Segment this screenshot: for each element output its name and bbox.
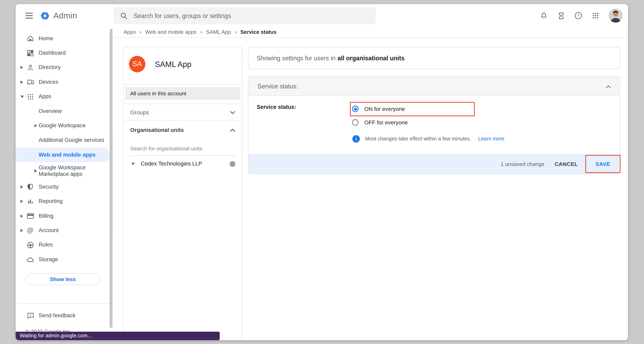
org-units-section-header[interactable]: Organisational units bbox=[124, 121, 242, 139]
bar-chart-icon bbox=[26, 197, 34, 206]
screen: Admin bbox=[0, 0, 644, 344]
send-feedback-label: Send feedback bbox=[39, 312, 76, 318]
expand-arrow-icon bbox=[21, 81, 23, 84]
sidebar-item-rules[interactable]: Rules bbox=[16, 238, 110, 252]
breadcrumb-saml-app[interactable]: SAML App bbox=[206, 29, 231, 35]
info-note: i Most changes take effect within a few … bbox=[352, 135, 504, 143]
radio-on-for-everyone[interactable]: ON for everyone bbox=[352, 106, 405, 112]
radio-on-label: ON for everyone bbox=[364, 106, 405, 112]
sidebar-nav-list: Home Dashboard bbox=[16, 31, 110, 285]
feedback-icon bbox=[26, 311, 35, 320]
radio-off-label: OFF for everyone bbox=[364, 119, 408, 125]
brand-name: Admin bbox=[54, 11, 77, 21]
sidebar-item-label: Billing bbox=[39, 213, 54, 219]
credit-card-icon bbox=[26, 212, 34, 220]
account-avatar[interactable] bbox=[608, 9, 622, 23]
unsaved-count-text: 1 unsaved change bbox=[501, 161, 544, 167]
search-input[interactable] bbox=[133, 12, 370, 20]
groups-label: Groups bbox=[130, 109, 149, 115]
breadcrumb-separator: › bbox=[140, 28, 142, 35]
sidebar-item-label: Rules bbox=[39, 242, 53, 248]
service-status-section-header[interactable]: Service status: bbox=[248, 77, 620, 96]
save-button[interactable]: SAVE bbox=[596, 161, 610, 167]
groups-section-header[interactable]: Groups bbox=[124, 104, 242, 120]
service-status-card: Service status: Service status: ON for e… bbox=[248, 76, 620, 174]
all-users-item[interactable]: All users in this account bbox=[125, 87, 240, 100]
sidebar-item-billing[interactable]: Billing bbox=[16, 209, 110, 223]
global-search bbox=[114, 7, 376, 24]
sidebar-item-storage[interactable]: Storage bbox=[16, 252, 110, 267]
chevron-up-icon bbox=[230, 126, 235, 134]
service-status-body: Service status: ON for everyone OFF for … bbox=[248, 96, 620, 154]
sidebar-item-label: Google Workspace Marketplace apps bbox=[39, 164, 104, 177]
app-scope-panel: SA SAML App All users in this account Gr… bbox=[123, 47, 242, 340]
app-header: SA SAML App bbox=[124, 47, 242, 84]
org-unit-tree-item[interactable]: Cedex Technologies LLP bbox=[124, 161, 242, 167]
help-icon[interactable]: ? bbox=[574, 12, 582, 20]
sidebar-item-apps-overview[interactable]: Overview bbox=[16, 104, 110, 119]
field-label: Service status: bbox=[257, 104, 296, 110]
send-feedback-button[interactable]: Send feedback bbox=[16, 306, 110, 324]
notifications-bell-icon[interactable] bbox=[540, 12, 548, 20]
apps-grid-icon bbox=[26, 92, 34, 101]
sidebar-item-label: Web and mobile apps bbox=[39, 152, 96, 158]
admin-console-window: Admin bbox=[16, 4, 628, 340]
annotation-highlight-box-save: SAVE bbox=[585, 155, 621, 173]
sidebar-item-label: Directory bbox=[39, 64, 61, 71]
investigation-hourglass-icon[interactable] bbox=[557, 12, 565, 20]
svg-text:@: @ bbox=[27, 226, 34, 234]
breadcrumb-separator: › bbox=[234, 28, 236, 35]
home-icon bbox=[26, 34, 34, 43]
sidebar-item-dashboard[interactable]: Dashboard bbox=[16, 46, 110, 60]
radio-selected-icon[interactable] bbox=[352, 106, 358, 112]
admin-logo[interactable]: Admin bbox=[40, 11, 77, 21]
admin-hexagon-icon bbox=[40, 11, 50, 21]
sidebar-item-label: Reporting bbox=[39, 198, 63, 205]
radio-unselected-icon[interactable] bbox=[352, 119, 358, 126]
sidebar-item-label: Apps bbox=[39, 93, 51, 100]
chevron-down-icon bbox=[230, 109, 235, 116]
browser-status-bar: Waiting for admin.google.com... bbox=[16, 332, 220, 340]
sidebar-item-home[interactable]: Home bbox=[16, 31, 110, 46]
google-apps-grid-icon[interactable] bbox=[592, 12, 600, 20]
sidebar-item-google-workspace[interactable]: Google Workspace bbox=[16, 119, 110, 133]
breadcrumb-divider bbox=[109, 38, 628, 38]
tree-expand-icon[interactable] bbox=[132, 162, 135, 165]
sidebar-item-label: Account bbox=[39, 227, 59, 234]
breadcrumb-separator: › bbox=[200, 28, 202, 35]
expand-arrow-icon bbox=[21, 200, 23, 203]
org-unit-name: Cedex Technologies LLP bbox=[141, 161, 202, 167]
sidebar-item-account[interactable]: @ Account bbox=[16, 223, 110, 238]
unsaved-changes-bar: 1 unsaved change CANCEL SAVE bbox=[248, 154, 620, 174]
scope-target: all organisational units bbox=[338, 55, 405, 62]
divider bbox=[124, 84, 242, 85]
shield-icon bbox=[26, 183, 34, 191]
sidebar-item-marketplace-apps[interactable]: Google Workspace Marketplace apps bbox=[16, 162, 110, 180]
sidebar-footer-divider bbox=[16, 303, 112, 304]
expand-arrow-icon bbox=[21, 214, 23, 217]
sidebar-item-directory[interactable]: Directory bbox=[16, 60, 110, 75]
learn-more-link[interactable]: Learn more bbox=[478, 136, 504, 142]
org-units-search bbox=[130, 145, 236, 156]
sidebar-item-label: Security bbox=[39, 184, 59, 190]
sidebar-item-security[interactable]: Security bbox=[16, 180, 110, 194]
radio-off-for-everyone[interactable]: OFF for everyone bbox=[352, 119, 408, 126]
sidebar-item-web-and-mobile-apps[interactable]: Web and mobile apps bbox=[16, 148, 110, 162]
top-app-bar: Admin bbox=[16, 4, 628, 27]
breadcrumb-web-and-mobile-apps[interactable]: Web and mobile apps bbox=[145, 29, 196, 35]
breadcrumb-apps[interactable]: Apps bbox=[124, 29, 136, 35]
sidebar-item-devices[interactable]: Devices bbox=[16, 75, 110, 90]
collapse-arrow-icon bbox=[21, 96, 24, 98]
main-menu-icon[interactable] bbox=[26, 13, 33, 19]
org-units-search-input[interactable] bbox=[130, 146, 236, 152]
sidebar-item-additional-google-services[interactable]: Additional Google services bbox=[16, 133, 110, 148]
sidebar-scrollbar[interactable] bbox=[110, 29, 112, 328]
expand-arrow-icon bbox=[34, 169, 37, 172]
cancel-button[interactable]: CANCEL bbox=[554, 161, 578, 167]
sidebar-item-apps[interactable]: Apps bbox=[16, 90, 110, 104]
breadcrumb-current: Service status bbox=[240, 29, 276, 35]
org-units-label: Organisational units bbox=[130, 127, 184, 133]
collapse-chevron-up-icon[interactable] bbox=[606, 82, 611, 90]
show-less-button[interactable]: Show less bbox=[26, 273, 100, 285]
sidebar-item-reporting[interactable]: Reporting bbox=[16, 194, 110, 209]
